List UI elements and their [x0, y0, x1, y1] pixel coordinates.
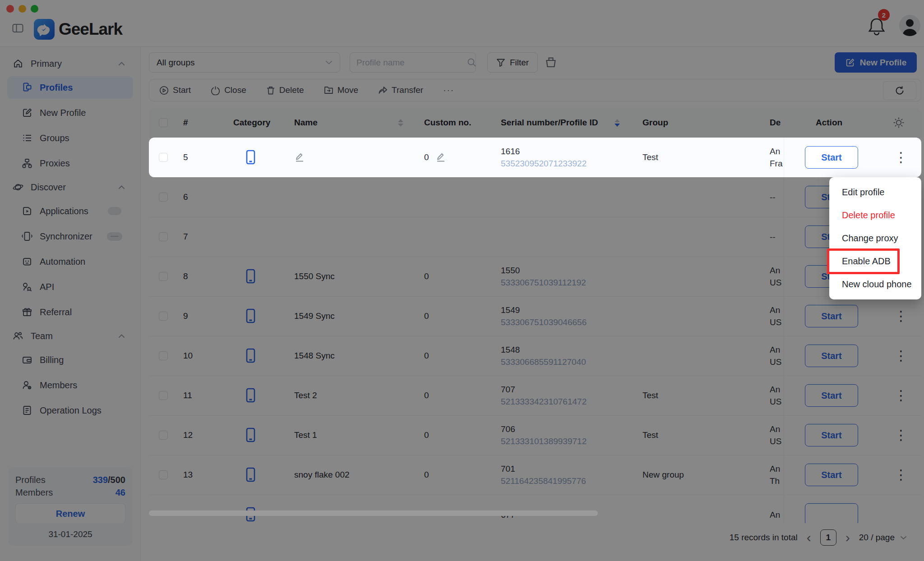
menu-item-edit-profile[interactable]: Edit profile [829, 181, 921, 204]
start-button[interactable]: Start [805, 138, 858, 177]
device-cell: AnFra [770, 138, 785, 177]
row-number: 5 [183, 138, 188, 177]
row-context-menu: Edit profile Delete profile Change proxy… [829, 177, 921, 299]
menu-item-change-proxy[interactable]: Change proxy [829, 227, 921, 250]
edit-name-icon[interactable] [294, 138, 305, 177]
custom-no-value: 0 [424, 152, 429, 162]
edit-custom-no-icon[interactable] [435, 152, 446, 163]
row-more-actions-icon[interactable]: ⋮ [894, 138, 908, 177]
row-checkbox[interactable] [159, 138, 168, 177]
geelark-app-window: GeeLark 2 Primary Profiles New Profile G… [0, 0, 924, 561]
profile-id: 535230952071233922 [501, 157, 587, 170]
horizontal-scrollbar[interactable] [149, 510, 598, 516]
menu-item-enable-adb[interactable]: Enable ADB [829, 250, 921, 273]
table-row-selected[interactable]: 5 0 1616535230952071233922 Test AnFra St… [149, 138, 921, 177]
serial-number: 1616 [501, 145, 520, 157]
dim-overlay [0, 0, 924, 561]
menu-item-new-cloud-phone[interactable]: New cloud phone [829, 273, 921, 296]
serial-cell: 1616535230952071233922 [501, 138, 587, 177]
custom-no-cell: 0 [424, 138, 446, 177]
menu-item-delete-profile[interactable]: Delete profile [829, 204, 921, 227]
group-cell: Test [642, 138, 658, 177]
cloud-phone-category-icon [245, 138, 256, 177]
